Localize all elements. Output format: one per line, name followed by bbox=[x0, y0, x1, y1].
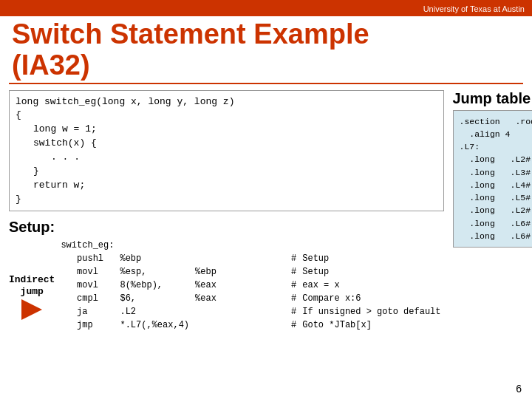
asm-arg-5 bbox=[192, 305, 288, 318]
code-line-6: } bbox=[33, 165, 437, 179]
asm-op-2: %esp, bbox=[117, 265, 192, 279]
asm-comment-1: Setup bbox=[299, 252, 443, 265]
asm-arg-3: %eax bbox=[192, 279, 288, 292]
jt-line-3: .long .L2# x = 0 bbox=[460, 153, 533, 166]
indirect-jump-label: Indirect jump bbox=[9, 274, 55, 319]
asm-label-4: cmpl bbox=[58, 292, 117, 305]
indirect-text-line2: jump bbox=[21, 286, 44, 298]
code-line-8: } bbox=[16, 193, 437, 207]
assembly-section: Indirect jump switch_eg: pushl %ebp bbox=[9, 239, 444, 332]
asm-op-4: $6, bbox=[117, 292, 192, 305]
indirect-text-line1: Indirect bbox=[9, 274, 55, 286]
asm-label-3: movl bbox=[58, 279, 117, 292]
content-area: long switch_eg(long x, long y, long z) {… bbox=[0, 87, 532, 332]
asm-row-1: pushl %ebp # Setup bbox=[58, 252, 443, 265]
asm-arg-2: %ebp bbox=[192, 265, 288, 279]
jt-line-9: .long .L6# x = 6 bbox=[460, 230, 533, 242]
code-line-5: . . . bbox=[51, 151, 437, 165]
asm-row-6: jmp *.L7(,%eax,4) # Goto *JTab[x] bbox=[58, 318, 443, 332]
right-panel: Jump table .section .rodata .align 4 .L7… bbox=[453, 90, 533, 332]
jt-line-0: .section .rodata bbox=[460, 115, 533, 128]
asm-hash-3: # bbox=[288, 279, 299, 292]
jt-line-4: .long .L3# x = 1 bbox=[460, 166, 533, 179]
jump-table-code: .section .rodata .align 4 .L7: .long .L2… bbox=[453, 110, 533, 248]
asm-op-1: %ebp bbox=[117, 252, 192, 265]
asm-op-0 bbox=[117, 239, 192, 252]
title-area: Switch Statement Example (IA32) bbox=[0, 16, 532, 83]
asm-comment-4: Compare x:6 bbox=[299, 292, 443, 305]
asm-hash-6: # bbox=[288, 318, 299, 332]
code-line-3: long w = 1; bbox=[33, 123, 437, 137]
jt-line-7: .long .L2# x = 4 bbox=[460, 204, 533, 216]
code-line-7: return w; bbox=[33, 179, 437, 193]
asm-comment-0 bbox=[299, 239, 443, 252]
asm-comment-2: Setup bbox=[299, 265, 443, 279]
asm-op-6: *.L7(,%eax,4) bbox=[117, 318, 192, 332]
left-panel: long switch_eg(long x, long y, long z) {… bbox=[9, 90, 444, 332]
asm-label-5: ja bbox=[58, 305, 117, 318]
asm-op-3: 8(%ebp), bbox=[117, 279, 192, 292]
asm-hash-4: # bbox=[288, 292, 299, 305]
jump-table-title: Jump table bbox=[453, 90, 533, 107]
header-bar: University of Texas at Austin bbox=[0, 0, 532, 16]
asm-label-6: jmp bbox=[58, 318, 117, 332]
page-number: 6 bbox=[516, 383, 522, 395]
main-title: Switch Statement Example (IA32) bbox=[12, 19, 520, 81]
code-line-4: switch(x) { bbox=[33, 137, 437, 151]
asm-row-0: switch_eg: bbox=[58, 239, 443, 252]
asm-op-5: .L2 bbox=[117, 305, 192, 318]
indirect-arrow-icon bbox=[21, 299, 42, 320]
asm-arg-1 bbox=[192, 252, 288, 265]
asm-label-0: switch_eg: bbox=[58, 239, 117, 252]
asm-hash-1: # bbox=[288, 252, 299, 265]
jt-line-2: .L7: bbox=[460, 140, 533, 153]
asm-hash-5: # bbox=[288, 305, 299, 318]
asm-label-1: pushl bbox=[58, 252, 117, 265]
asm-row-5: ja .L2 # If unsigned > goto default bbox=[58, 305, 443, 318]
asm-comment-6: Goto *JTab[x] bbox=[299, 318, 443, 332]
title-divider bbox=[9, 83, 523, 84]
code-line-1: long switch_eg(long x, long y, long z) bbox=[16, 95, 437, 109]
assembly-rows: switch_eg: pushl %ebp # Setup movl bbox=[58, 239, 443, 332]
asm-row-2: movl %esp, %ebp # Setup bbox=[58, 265, 443, 279]
asm-row-4: cmpl $6, %eax # Compare x:6 bbox=[58, 292, 443, 305]
jt-line-1: .align 4 bbox=[460, 128, 533, 140]
asm-hash-2: # bbox=[288, 265, 299, 279]
asm-hash-0 bbox=[288, 239, 299, 252]
setup-label: Setup: bbox=[9, 219, 444, 236]
c-code-block: long switch_eg(long x, long y, long z) {… bbox=[9, 90, 444, 212]
jt-line-6: .long .L5# x = 3 bbox=[460, 191, 533, 204]
asm-arg-4: %eax bbox=[192, 292, 288, 305]
asm-arg-6 bbox=[192, 318, 288, 332]
jt-line-5: .long .L4# x = 2 bbox=[460, 179, 533, 191]
asm-arg-0 bbox=[192, 239, 288, 252]
asm-label-2: movl bbox=[58, 265, 117, 279]
asm-comment-5: If unsigned > goto default bbox=[299, 305, 443, 318]
asm-row-3: movl 8(%ebp), %eax # eax = x bbox=[58, 279, 443, 292]
code-line-2: { bbox=[16, 109, 437, 123]
jt-line-8: .long .L6# x = 5 bbox=[460, 217, 533, 230]
university-name: University of Texas at Austin bbox=[423, 4, 525, 13]
asm-comment-3: eax = x bbox=[299, 279, 443, 292]
